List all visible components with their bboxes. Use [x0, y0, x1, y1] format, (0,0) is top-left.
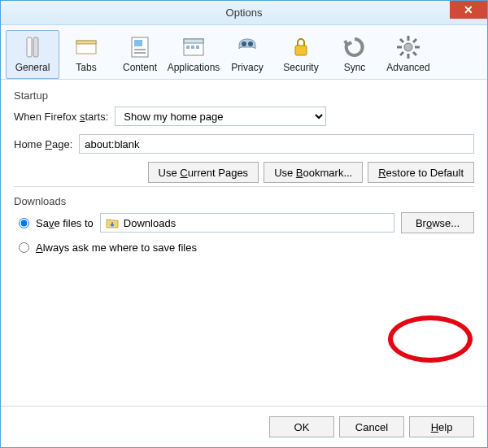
- home-page-input[interactable]: [79, 134, 474, 154]
- tab-label: Privacy: [231, 62, 263, 73]
- help-button[interactable]: Help: [409, 416, 474, 437]
- tab-applications[interactable]: Applications: [167, 30, 220, 79]
- ok-button[interactable]: OK: [269, 416, 334, 437]
- tab-label: Applications: [168, 62, 220, 73]
- advanced-icon: [395, 34, 421, 60]
- general-panel: Startup When Firefox starts: Show my hom…: [1, 80, 487, 406]
- home-page-label: Home Page:: [14, 138, 72, 150]
- svg-point-16: [404, 43, 412, 51]
- svg-rect-0: [27, 37, 32, 57]
- tab-label: Advanced: [386, 62, 429, 73]
- tabs-icon: [73, 34, 99, 60]
- svg-rect-6: [134, 49, 146, 50]
- svg-rect-10: [186, 46, 190, 49]
- folder-icon: [106, 217, 119, 228]
- security-icon: [288, 34, 314, 60]
- general-icon: [20, 34, 46, 60]
- use-bookmark-button[interactable]: Use Bookmark...: [264, 162, 363, 183]
- tab-label: Content: [123, 62, 157, 73]
- options-window: Options ✕ General Tabs Content Applicati…: [0, 0, 488, 448]
- svg-rect-15: [295, 46, 307, 55]
- tab-general[interactable]: General: [6, 30, 59, 79]
- svg-rect-1: [33, 37, 38, 57]
- download-path-box[interactable]: Downloads: [100, 213, 394, 233]
- svg-line-24: [413, 39, 416, 42]
- tab-advanced[interactable]: Advanced: [381, 30, 435, 79]
- titlebar: Options ✕: [1, 1, 487, 25]
- tab-label: Sync: [344, 62, 366, 73]
- restore-default-button[interactable]: Restore to Default: [368, 162, 474, 183]
- svg-rect-12: [196, 46, 199, 49]
- cancel-button[interactable]: Cancel: [339, 416, 404, 437]
- category-toolbar: General Tabs Content Applications Privac…: [1, 25, 487, 80]
- tab-sync[interactable]: Sync: [328, 30, 381, 79]
- svg-rect-5: [134, 40, 142, 46]
- always-ask-label: Always ask me where to save files: [36, 241, 197, 254]
- tab-tabs[interactable]: Tabs: [59, 30, 113, 79]
- svg-line-23: [400, 52, 403, 55]
- svg-line-21: [400, 39, 403, 42]
- tab-label: Tabs: [76, 62, 96, 73]
- svg-point-13: [242, 41, 246, 46]
- annotation-circle: [388, 315, 473, 363]
- startup-group-label: Startup: [14, 89, 474, 102]
- svg-rect-3: [76, 41, 96, 44]
- svg-line-22: [413, 52, 416, 55]
- privacy-icon: [234, 34, 260, 60]
- tab-content[interactable]: Content: [113, 30, 167, 79]
- download-path-value: Downloads: [124, 217, 176, 229]
- svg-rect-9: [184, 39, 203, 43]
- when-starts-label: When Firefox starts:: [14, 111, 108, 123]
- always-ask-radio[interactable]: [19, 242, 29, 253]
- save-files-to-label: Save files to: [36, 217, 94, 229]
- use-current-pages-button[interactable]: Use Current Pages: [148, 162, 259, 183]
- tab-label: General: [15, 62, 50, 73]
- svg-rect-11: [191, 46, 194, 49]
- divider: [14, 186, 474, 187]
- downloads-section: Downloads Save files to Downloads Browse…: [14, 195, 474, 254]
- tab-security[interactable]: Security: [274, 30, 328, 79]
- close-button[interactable]: ✕: [450, 1, 487, 19]
- svg-point-14: [248, 41, 253, 46]
- browse-button[interactable]: Browse...: [401, 212, 474, 233]
- applications-icon: [181, 34, 207, 60]
- svg-rect-7: [134, 52, 146, 54]
- save-files-to-radio[interactable]: [19, 218, 29, 228]
- tab-privacy[interactable]: Privacy: [220, 30, 274, 79]
- downloads-group-label: Downloads: [14, 195, 474, 207]
- sync-icon: [342, 34, 368, 60]
- when-starts-select[interactable]: Show my home page: [115, 107, 326, 126]
- dialog-footer: OK Cancel Help: [1, 406, 487, 447]
- window-title: Options: [226, 7, 263, 19]
- tab-label: Security: [283, 62, 318, 73]
- content-icon: [127, 34, 153, 60]
